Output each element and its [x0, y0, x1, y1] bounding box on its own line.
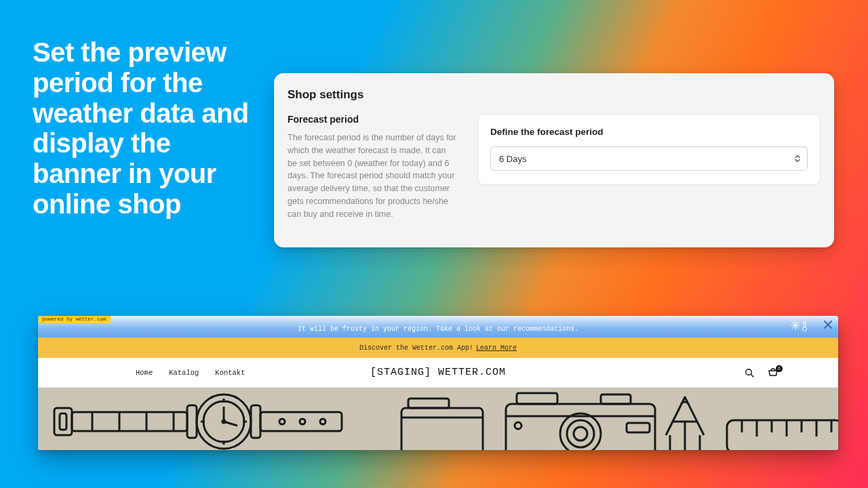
- site-navbar: Home Katalog Kontakt [STAGING] WETTER.CO…: [38, 358, 838, 388]
- svg-point-38: [567, 420, 594, 447]
- camera-illustration: [397, 389, 669, 450]
- svg-rect-46: [727, 420, 838, 450]
- promo-text: Discover the Wetter.com App!: [359, 344, 473, 352]
- svg-point-40: [515, 422, 521, 429]
- svg-point-29: [320, 419, 326, 424]
- wristwatch-illustration: [52, 392, 350, 450]
- svg-rect-31: [408, 399, 449, 408]
- svg-point-27: [279, 419, 285, 424]
- cart-count-badge: 0: [776, 365, 783, 372]
- svg-rect-41: [627, 423, 650, 432]
- powered-by-badge: powered by wetter.com: [38, 316, 111, 323]
- promo-learn-more-link[interactable]: Learn More: [476, 344, 517, 352]
- svg-rect-8: [54, 408, 72, 435]
- svg-rect-25: [251, 405, 260, 438]
- stationery-illustration: [652, 388, 838, 450]
- svg-rect-9: [60, 413, 66, 430]
- svg-rect-10: [72, 412, 187, 431]
- storefront-preview: powered by wetter.com It will be frosty …: [38, 316, 838, 450]
- shop-settings-card: Shop settings Forecast period The foreca…: [274, 73, 834, 247]
- svg-point-39: [574, 427, 587, 441]
- forecast-period-value: 6 Days: [499, 154, 526, 164]
- weather-message: It will be frosty in your region. Take a…: [298, 325, 578, 333]
- svg-point-28: [300, 419, 305, 424]
- svg-rect-4: [804, 321, 806, 327]
- nav-link-katalog[interactable]: Katalog: [169, 369, 199, 377]
- hero-image-strip: [38, 388, 838, 450]
- forecast-period-panel: Define the forecast period 6 Days: [477, 114, 821, 185]
- forecast-period-label: Forecast period: [288, 114, 457, 125]
- select-arrows-icon: [795, 155, 800, 163]
- svg-point-20: [222, 420, 225, 423]
- nav-link-home[interactable]: Home: [136, 369, 153, 377]
- nav-link-kontakt[interactable]: Kontakt: [215, 369, 245, 377]
- svg-rect-34: [517, 393, 557, 404]
- svg-rect-26: [260, 412, 342, 431]
- weather-banner: It will be frosty in your region. Take a…: [38, 316, 838, 338]
- svg-rect-15: [187, 405, 197, 438]
- cart-button[interactable]: 0: [768, 368, 778, 378]
- page-headline: Set the preview period for the weather d…: [33, 37, 256, 220]
- snowflake-thermometer-icon: [791, 320, 808, 334]
- forecast-period-description: The forecast period is the number of day…: [288, 131, 457, 220]
- svg-line-7: [751, 374, 754, 377]
- card-title: Shop settings: [288, 88, 821, 102]
- forecast-period-select[interactable]: 6 Days: [490, 146, 808, 171]
- search-icon[interactable]: [745, 368, 754, 378]
- svg-rect-35: [601, 394, 631, 404]
- define-forecast-label: Define the forecast period: [490, 127, 808, 137]
- svg-rect-30: [401, 408, 483, 450]
- close-banner-button[interactable]: [823, 320, 833, 329]
- promo-banner: Discover the Wetter.com App! Learn More: [38, 338, 838, 358]
